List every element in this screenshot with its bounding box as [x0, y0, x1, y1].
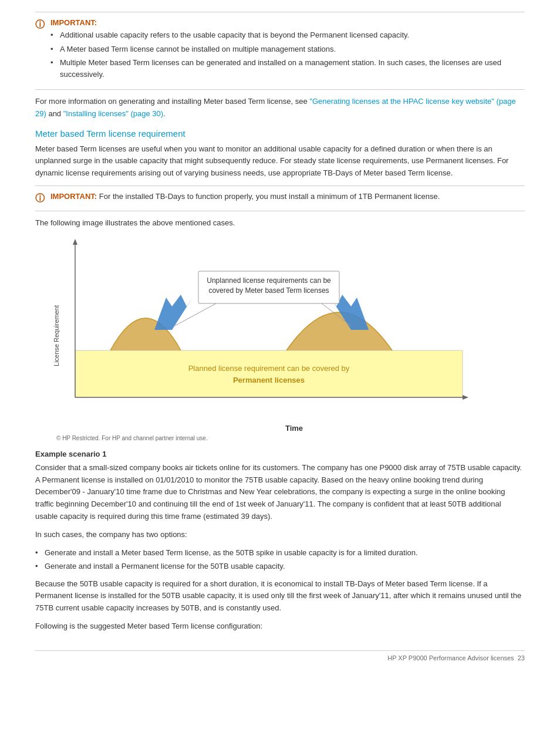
- y-axis-label: License Requirement: [53, 305, 60, 366]
- divider-2: [35, 185, 525, 186]
- meter-section-heading: Meter based Term license requirement: [35, 129, 525, 139]
- example1-para3: Because the 50TB usable capacity is requ…: [35, 578, 525, 615]
- svg-text:Permanent licenses: Permanent licenses: [233, 376, 305, 384]
- divider-3: [35, 211, 525, 211]
- info-text-between: and: [46, 109, 63, 118]
- footer: HP XP P9000 Performance Advisor licenses…: [35, 650, 525, 661]
- divider-1: [35, 89, 525, 90]
- important-content-1: IMPORTANT: Additional usable capacity re…: [50, 18, 525, 82]
- chart-intro: The following image illustrates the abov…: [35, 217, 525, 229]
- svg-text:Planned license requirement ca: Planned license requirement can be cover…: [188, 364, 350, 373]
- example1-para4: Following is the suggested Meter based T…: [35, 620, 525, 633]
- footer-text: HP XP P9000 Performance Advisor licenses: [387, 654, 514, 661]
- info-text-after: .: [163, 109, 166, 118]
- footer-page: 23: [518, 654, 525, 661]
- svg-marker-3: [154, 295, 193, 330]
- chart-svg: Planned license requirement can be cover…: [63, 239, 474, 421]
- important-block-2: ⓘ IMPORTANT: For the installed TB-Days t…: [35, 192, 525, 205]
- chart-container: License Requirement Planned license requ…: [53, 239, 525, 433]
- svg-text:covered by Meter based Term li: covered by Meter based Term licenses: [208, 286, 329, 295]
- chart-svg-wrap: Planned license requirement can be cover…: [63, 239, 525, 433]
- x-axis-label: Time: [63, 424, 525, 433]
- example1-bullet-1: Generate and install a Meter based Term …: [35, 547, 525, 559]
- svg-marker-12: [463, 395, 468, 400]
- important-label-1: IMPORTANT:: [50, 18, 97, 27]
- chart-copyright: © HP Restricted. For HP and channel part…: [56, 435, 525, 441]
- svg-marker-13: [73, 239, 77, 245]
- example1-para1: Consider that a small-sized company book…: [35, 462, 525, 523]
- bullet-item: A Meter based Term license cannot be ins…: [50, 43, 525, 55]
- important-block-1: ⓘ IMPORTANT: Additional usable capacity …: [35, 18, 525, 82]
- info-icon-2: ⓘ: [35, 193, 45, 205]
- info-paragraph: For more information on generating and i…: [35, 96, 525, 120]
- svg-text:Unplanned license requirements: Unplanned license requirements can be: [207, 276, 331, 285]
- example1-para2: In such cases, the company has two optio…: [35, 529, 525, 541]
- example1-bullet-2: Generate and install a Permanent license…: [35, 561, 525, 572]
- bullet-item: Additional usable capacity refers to the…: [50, 29, 525, 41]
- chart-section: License Requirement Planned license requ…: [35, 239, 525, 441]
- info-icon-1: ⓘ: [35, 19, 45, 82]
- meter-section-body: Meter based Term licenses are useful whe…: [35, 143, 525, 180]
- example1-heading: Example scenario 1: [35, 450, 525, 458]
- important2-body: For the installed TB-Days to function pr…: [99, 192, 440, 201]
- example1-bullets: Generate and install a Meter based Term …: [35, 547, 525, 572]
- link-installing[interactable]: "Installing licenses" (page 30): [63, 109, 163, 118]
- svg-rect-0: [75, 350, 463, 397]
- important-label-2: IMPORTANT:: [50, 192, 97, 201]
- info-text-before: For more information on generating and i…: [35, 97, 309, 106]
- top-divider: [35, 12, 525, 12]
- bullet-item: Multiple Meter based Term licenses can b…: [50, 57, 525, 80]
- important-bullets-1: Additional usable capacity refers to the…: [50, 29, 525, 80]
- important2-content: IMPORTANT: For the installed TB-Days to …: [50, 192, 440, 205]
